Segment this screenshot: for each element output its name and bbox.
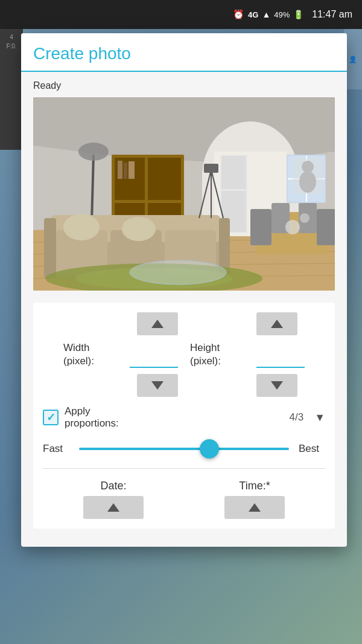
slider-thumb[interactable] xyxy=(200,439,219,459)
time-up-button[interactable] xyxy=(224,496,285,519)
svg-rect-26 xyxy=(118,161,122,179)
divider xyxy=(43,468,325,469)
status-time: 11:47 am xyxy=(312,9,352,20)
dialog-header: Create photo xyxy=(21,33,347,72)
proportions-dropdown-icon[interactable]: ▼ xyxy=(314,411,325,424)
spinner-up-row xyxy=(43,312,325,335)
down-arrow-icon xyxy=(151,381,164,390)
height-input[interactable]: 450. xyxy=(256,341,305,368)
side-panel-text: 4 xyxy=(10,34,13,40)
up-arrow-icon xyxy=(151,320,164,328)
battery-icon: 🔋 xyxy=(293,10,303,19)
svg-rect-53 xyxy=(204,164,218,173)
svg-rect-28 xyxy=(129,161,135,179)
width-up-button[interactable] xyxy=(137,312,178,335)
status-bar: ⏰ 4G ▲ 49% 🔋 11:47 am xyxy=(0,0,362,29)
down-arrow-icon xyxy=(271,381,283,390)
up-arrow-icon xyxy=(271,320,283,328)
height-up-button[interactable] xyxy=(256,312,297,335)
checkmark-icon: ✓ xyxy=(46,412,56,423)
width-label: Width(pixel): xyxy=(63,341,94,368)
proportions-value: 4/3 xyxy=(290,411,309,423)
dialog-body: Ready xyxy=(21,72,347,547)
dimension-value-row: Width(pixel): 600. Height(pixel): 450. xyxy=(43,341,325,368)
time-label: Time:* xyxy=(239,480,270,492)
side-panel-left: 4 F:0. xyxy=(0,29,23,150)
date-up-button[interactable] xyxy=(83,496,144,519)
battery-label: 49% xyxy=(274,10,290,19)
svg-rect-44 xyxy=(250,209,272,245)
dialog-title: Create photo xyxy=(33,44,131,63)
height-label: Height(pixel): xyxy=(190,341,221,368)
width-down-button[interactable] xyxy=(137,374,178,397)
status-label: Ready xyxy=(33,80,335,91)
svg-point-48 xyxy=(285,220,300,234)
svg-rect-45 xyxy=(317,209,335,245)
date-group: Date: xyxy=(83,480,144,519)
best-label: Best xyxy=(299,443,325,455)
alarm-icon: ⏰ xyxy=(233,9,244,20)
signal-label: 4G xyxy=(248,10,258,19)
time-group: Time:* xyxy=(224,480,285,519)
width-input[interactable]: 600. xyxy=(130,341,178,368)
proportions-checkbox[interactable]: ✓ xyxy=(43,410,59,425)
svg-rect-12 xyxy=(221,156,246,189)
quality-row: Fast Best xyxy=(43,438,325,460)
slider-track xyxy=(79,448,289,450)
svg-point-42 xyxy=(130,260,226,285)
svg-rect-23 xyxy=(148,158,181,200)
spinner-down-row xyxy=(43,374,325,397)
quality-slider[interactable] xyxy=(79,438,289,460)
datetime-row: Date: Time:* xyxy=(43,475,325,519)
room-preview xyxy=(33,97,335,291)
svg-point-37 xyxy=(122,217,156,241)
height-label-group: Height(pixel): xyxy=(190,341,244,368)
svg-point-49 xyxy=(300,213,310,223)
fast-label: Fast xyxy=(43,443,69,455)
height-down-button[interactable] xyxy=(256,374,297,397)
proportions-label: Applyproportions: xyxy=(65,405,119,430)
signal-icon: ▲ xyxy=(262,10,270,19)
up-arrow-icon xyxy=(107,503,119,512)
date-label: Date: xyxy=(100,480,126,492)
svg-point-30 xyxy=(78,143,109,161)
proportions-row: ✓ Applyproportions: 4/3 ▼ xyxy=(43,405,325,430)
create-photo-dialog: Create photo Ready xyxy=(21,33,347,547)
svg-rect-38 xyxy=(44,218,56,279)
svg-point-36 xyxy=(63,214,100,240)
status-icons: ⏰ 4G ▲ 49% 🔋 11:47 am xyxy=(233,9,352,20)
svg-rect-27 xyxy=(124,163,127,179)
svg-point-20 xyxy=(299,171,316,193)
up-arrow-icon xyxy=(249,503,261,512)
side-panel-text2: F:0. xyxy=(6,43,16,50)
width-label-group: Width(pixel): xyxy=(63,341,118,368)
controls-area: Width(pixel): 600. Height(pixel): 450. xyxy=(33,303,335,529)
